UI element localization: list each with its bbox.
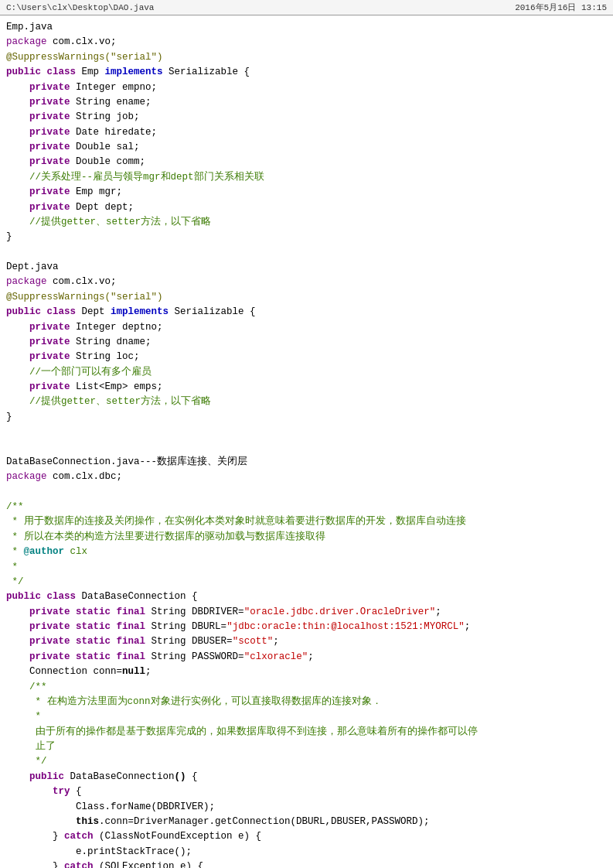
top-bar: C:\Users\clx\Desktop\DAO.java 2016年5月16日…	[0, 0, 613, 15]
code-area: Emp.java package com.clx.vo; @SuppressWa…	[0, 15, 613, 868]
datetime: 2016年5月16日 13:15	[515, 2, 607, 13]
filepath: C:\Users\clx\Desktop\DAO.java	[6, 3, 154, 12]
